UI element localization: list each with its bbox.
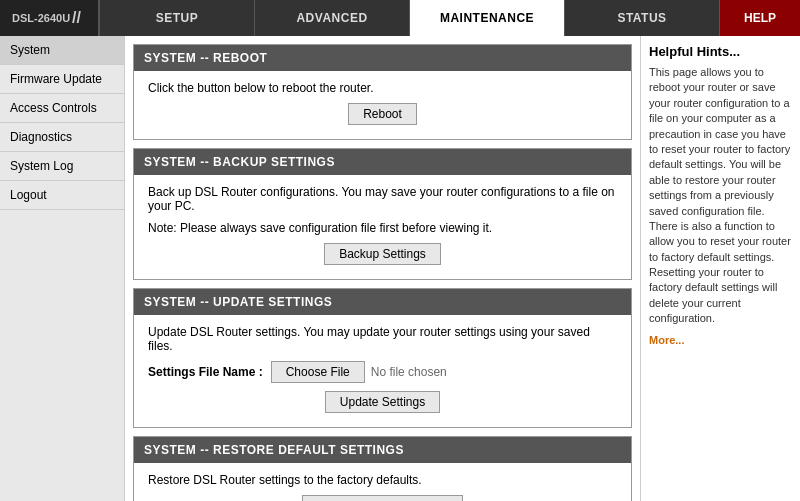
tab-setup[interactable]: SETUP bbox=[100, 0, 255, 36]
backup-section: SYSTEM -- BACKUP SETTINGS Back up DSL Ro… bbox=[133, 148, 632, 280]
sidebar-item-system-log[interactable]: System Log bbox=[0, 152, 124, 181]
main-content: SYSTEM -- REBOOT Click the button below … bbox=[125, 36, 640, 501]
sidebar-item-firmware-update[interactable]: Firmware Update bbox=[0, 65, 124, 94]
file-label: Settings File Name : bbox=[148, 365, 263, 379]
sidebar-item-system[interactable]: System bbox=[0, 36, 124, 65]
help-panel: Helpful Hints... This page allows you to… bbox=[640, 36, 800, 501]
reboot-section: SYSTEM -- REBOOT Click the button below … bbox=[133, 44, 632, 140]
main-layout: System Firmware Update Access Controls D… bbox=[0, 36, 800, 501]
help-more-link[interactable]: More... bbox=[649, 334, 684, 346]
sidebar: System Firmware Update Access Controls D… bbox=[0, 36, 125, 501]
update-description: Update DSL Router settings. You may upda… bbox=[148, 325, 617, 353]
backup-settings-button[interactable]: Backup Settings bbox=[324, 243, 441, 265]
sidebar-item-logout[interactable]: Logout bbox=[0, 181, 124, 210]
backup-section-body: Back up DSL Router configurations. You m… bbox=[134, 175, 631, 279]
choose-file-button[interactable]: Choose File bbox=[271, 361, 365, 383]
logo-slash: // bbox=[72, 9, 81, 27]
update-settings-button[interactable]: Update Settings bbox=[325, 391, 440, 413]
restore-section-body: Restore DSL Router settings to the facto… bbox=[134, 463, 631, 501]
help-text: This page allows you to reboot your rout… bbox=[649, 65, 792, 327]
reboot-description: Click the button below to reboot the rou… bbox=[148, 81, 617, 95]
restore-description: Restore DSL Router settings to the facto… bbox=[148, 473, 617, 487]
restore-section-header: SYSTEM -- RESTORE DEFAULT SETTINGS bbox=[134, 437, 631, 463]
file-no-chosen-label: No file chosen bbox=[371, 365, 447, 379]
backup-button-row: Backup Settings bbox=[148, 243, 617, 265]
tab-advanced[interactable]: ADVANCED bbox=[255, 0, 410, 36]
logo-text: DSL-2640U bbox=[12, 12, 70, 24]
reboot-section-header: SYSTEM -- REBOOT bbox=[134, 45, 631, 71]
update-section-header: SYSTEM -- UPDATE SETTINGS bbox=[134, 289, 631, 315]
sidebar-item-diagnostics[interactable]: Diagnostics bbox=[0, 123, 124, 152]
tab-maintenance[interactable]: MAINTENANCE bbox=[410, 0, 565, 36]
sidebar-item-access-controls[interactable]: Access Controls bbox=[0, 94, 124, 123]
restore-section: SYSTEM -- RESTORE DEFAULT SETTINGS Resto… bbox=[133, 436, 632, 501]
reboot-button-row: Reboot bbox=[148, 103, 617, 125]
update-button-row: Update Settings bbox=[148, 391, 617, 413]
backup-description: Back up DSL Router configurations. You m… bbox=[148, 185, 617, 213]
reboot-section-body: Click the button below to reboot the rou… bbox=[134, 71, 631, 139]
device-logo: DSL-2640U // bbox=[0, 0, 100, 36]
update-section: SYSTEM -- UPDATE SETTINGS Update DSL Rou… bbox=[133, 288, 632, 428]
file-chooser-row: Settings File Name : Choose File No file… bbox=[148, 361, 617, 383]
tab-status[interactable]: STATUS bbox=[565, 0, 720, 36]
help-title: Helpful Hints... bbox=[649, 44, 792, 59]
backup-section-header: SYSTEM -- BACKUP SETTINGS bbox=[134, 149, 631, 175]
backup-note: Note: Please always save configuration f… bbox=[148, 221, 617, 235]
top-navigation-bar: DSL-2640U // SETUP ADVANCED MAINTENANCE … bbox=[0, 0, 800, 36]
restore-default-settings-button[interactable]: Restore Default Settings bbox=[302, 495, 462, 501]
tab-help[interactable]: HELP bbox=[720, 0, 800, 36]
reboot-button[interactable]: Reboot bbox=[348, 103, 417, 125]
update-section-body: Update DSL Router settings. You may upda… bbox=[134, 315, 631, 427]
restore-button-row: Restore Default Settings bbox=[148, 495, 617, 501]
